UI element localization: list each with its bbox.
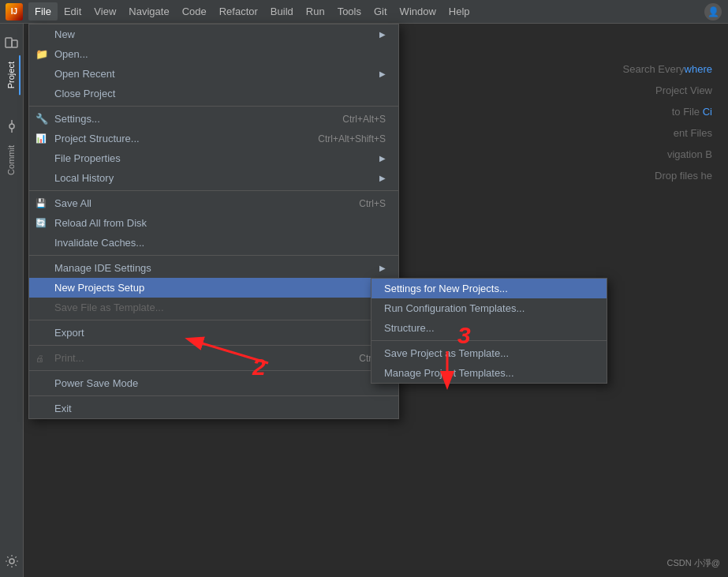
- menu-item-close-project[interactable]: Close Project: [29, 84, 398, 103]
- submenu-item-manage-project-templates[interactable]: Manage Project Templates...: [371, 363, 607, 383]
- submenu-item-settings-new-projects[interactable]: Settings for New Projects...: [371, 279, 607, 298]
- folder-icon: 📁: [35, 48, 48, 60]
- menu-item-open-recent[interactable]: Open Recent ▶: [29, 64, 398, 84]
- submenu-item-structure[interactable]: Structure...: [371, 318, 607, 338]
- menu-item-reload[interactable]: 🔄 Reload All from Disk: [29, 213, 398, 233]
- separator-3: [29, 255, 398, 256]
- wrench-icon: 🔧: [35, 113, 48, 125]
- separator-5: [29, 345, 398, 346]
- menu-view[interactable]: View: [88, 2, 122, 21]
- hint-search-everywhere: Search Everywhere: [623, 63, 712, 75]
- submenu-separator-1: [371, 340, 607, 341]
- svg-rect-0: [6, 38, 12, 47]
- bottom-right-label: CSDN 小淨@: [667, 557, 720, 569]
- menu-help[interactable]: Help: [442, 2, 476, 21]
- menubar: IJ File Edit View Navigate Code Refactor…: [0, 0, 728, 24]
- menu-item-exit[interactable]: Exit: [29, 399, 398, 418]
- menu-item-manage-ide[interactable]: Manage IDE Settings ▶: [29, 258, 398, 278]
- separator-4: [29, 320, 398, 320]
- menu-tools[interactable]: Tools: [331, 2, 368, 21]
- menu-build[interactable]: Build: [264, 2, 300, 21]
- sidebar-settings-icon[interactable]: [2, 552, 21, 571]
- hint-project-view: Project View: [655, 84, 712, 96]
- svg-rect-1: [12, 40, 17, 47]
- hint-recent-files: ent Files: [674, 127, 712, 139]
- hint-drop-files: Drop files he: [655, 170, 712, 182]
- menu-item-settings[interactable]: 🔧 Settings... Ctrl+Alt+S: [29, 109, 398, 129]
- menu-refactor[interactable]: Refactor: [213, 2, 264, 21]
- structure-icon: 📊: [35, 133, 47, 144]
- menu-item-project-structure[interactable]: 📊 Project Structure... Ctrl+Alt+Shift+S: [29, 129, 398, 148]
- menu-item-local-history[interactable]: Local History ▶: [29, 168, 398, 188]
- menu-navigate[interactable]: Navigate: [122, 2, 175, 21]
- menu-git[interactable]: Git: [368, 2, 394, 21]
- app-logo: IJ: [3, 1, 25, 23]
- menu-run[interactable]: Run: [300, 2, 331, 21]
- left-sidebar: Project Commit: [0, 24, 24, 577]
- separator-2: [29, 190, 398, 191]
- menu-window[interactable]: Window: [394, 2, 442, 21]
- menu-code[interactable]: Code: [176, 2, 213, 21]
- reload-icon: 🔄: [35, 218, 47, 228]
- profile-area: 👤: [704, 3, 722, 21]
- sidebar-tab-project[interactable]: Project: [3, 55, 21, 95]
- print-icon: 🖨: [35, 354, 44, 363]
- hint-navigate-file: to File Ci: [672, 106, 712, 118]
- sidebar-commit-icon[interactable]: [2, 117, 21, 136]
- menu-item-print[interactable]: 🖨 Print... Ctrl+P: [29, 348, 398, 368]
- svg-point-5: [9, 559, 14, 564]
- menu-item-new-projects-setup[interactable]: New Projects Setup ▶: [29, 278, 398, 298]
- menu-edit[interactable]: Edit: [58, 2, 88, 21]
- separator-1: [29, 106, 398, 107]
- menu-item-power-save[interactable]: Power Save Mode: [29, 373, 398, 393]
- save-icon: 💾: [35, 198, 47, 208]
- menu-item-export[interactable]: Export ▶: [29, 323, 398, 343]
- sidebar-project-icon[interactable]: [2, 33, 21, 52]
- menu-item-invalidate[interactable]: Invalidate Caches...: [29, 233, 398, 253]
- menu-item-file-properties[interactable]: File Properties ▶: [29, 148, 398, 168]
- hint-navigation-bar: vigation B: [667, 148, 712, 160]
- file-dropdown-menu: New ▶ 📁 Open... Open Recent ▶ Close Proj…: [28, 24, 399, 419]
- menu-item-open[interactable]: 📁 Open...: [29, 44, 398, 64]
- menu-item-save-all[interactable]: 💾 Save All Ctrl+S: [29, 193, 398, 213]
- menu-item-save-file-template[interactable]: Save File as Template...: [29, 298, 398, 317]
- svg-point-2: [9, 124, 14, 129]
- menu-item-new[interactable]: New ▶: [29, 24, 398, 44]
- logo-icon: IJ: [6, 3, 23, 21]
- submenu-item-run-config-templates[interactable]: Run Configuration Templates...: [371, 298, 607, 318]
- profile-icon: 👤: [704, 3, 722, 21]
- hint-area: Search Everywhere Project View to File C…: [623, 63, 712, 182]
- menu-file[interactable]: File: [28, 2, 58, 21]
- sidebar-tab-commit[interactable]: Commit: [3, 139, 21, 182]
- separator-6: [29, 370, 398, 371]
- new-projects-submenu: Settings for New Projects... Run Configu…: [371, 278, 607, 384]
- submenu-item-save-project-template[interactable]: Save Project as Template...: [371, 343, 607, 363]
- separator-7: [29, 395, 398, 396]
